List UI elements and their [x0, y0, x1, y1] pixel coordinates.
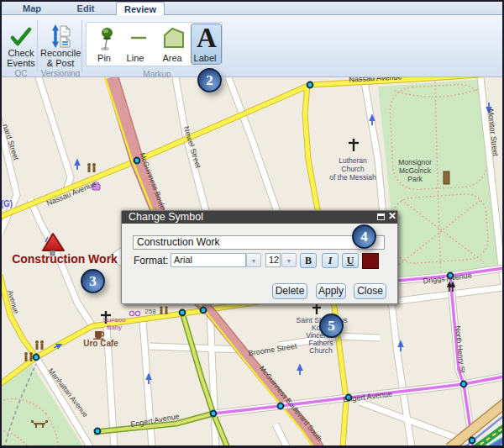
svg-text:Lutheran: Lutheran	[339, 156, 367, 165]
svg-text:Sunsoo: Sunsoo	[102, 316, 126, 324]
svg-text:Church: Church	[309, 346, 333, 355]
svg-text:of the Messiah: of the Messiah	[329, 173, 376, 182]
svg-text:Monsignor: Monsignor	[398, 158, 432, 166]
svg-text:Baby: Baby	[107, 324, 122, 331]
svg-text:McGolrick: McGolrick	[399, 166, 432, 175]
svg-text:Church: Church	[341, 165, 365, 173]
svg-text:258: 258	[144, 308, 156, 315]
svg-text:(G): (G)	[2, 199, 13, 208]
svg-text:Construction Work: Construction Work	[12, 252, 118, 266]
svg-text:Uro Cafe: Uro Cafe	[83, 339, 118, 348]
svg-text:Park: Park	[407, 175, 423, 183]
